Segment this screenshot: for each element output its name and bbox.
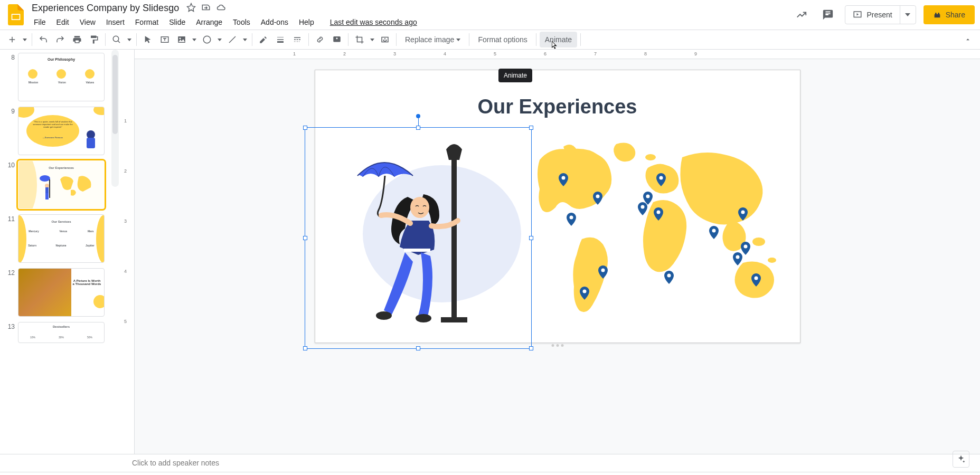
svg-point-29 (596, 195, 599, 198)
border-dash-button[interactable] (289, 32, 305, 48)
doc-title[interactable]: Experiences Company by Slidesgo (30, 2, 181, 15)
handle-n[interactable] (416, 126, 420, 130)
zoom-dropdown[interactable] (126, 32, 133, 48)
border-weight-button[interactable] (272, 32, 288, 48)
svg-point-37 (667, 274, 671, 278)
new-slide-dropdown[interactable] (21, 32, 29, 48)
trend-icon[interactable] (792, 5, 811, 24)
svg-point-3 (113, 36, 119, 42)
handle-se[interactable] (529, 346, 533, 350)
comment-button[interactable] (329, 32, 345, 48)
menu-addons[interactable]: Add-ons (257, 16, 293, 28)
zoom-button[interactable] (109, 32, 125, 48)
scrollbar-thumb[interactable] (112, 55, 118, 134)
slides-logo[interactable] (5, 4, 26, 25)
slide-thumb-10[interactable]: Our Experiences (18, 160, 105, 209)
replace-image-button[interactable]: Replace image (400, 32, 466, 48)
handle-sw[interactable] (303, 346, 307, 350)
svg-point-27 (768, 258, 776, 263)
reset-image-button[interactable] (377, 32, 393, 48)
slide-thumb-11[interactable]: Our Services Mercury Venus Mars Saturn N… (18, 214, 105, 263)
handle-w[interactable] (303, 236, 307, 240)
slide-thumb-8[interactable]: Our Philosophy Mission Vision Values (18, 53, 105, 101)
menu-edit[interactable]: Edit (52, 16, 73, 28)
svg-point-25 (645, 154, 656, 160)
svg-point-41 (736, 255, 739, 259)
slide-thumb-12[interactable]: A Picture Is Worth a Thousand Words (18, 268, 105, 317)
handle-s[interactable] (416, 346, 420, 350)
link-button[interactable] (312, 32, 328, 48)
print-button[interactable] (69, 32, 85, 48)
border-color-button[interactable] (256, 32, 271, 48)
menu-slide[interactable]: Slide (165, 16, 190, 28)
undo-button[interactable] (35, 32, 51, 48)
collapse-toolbar-button[interactable] (960, 32, 976, 48)
svg-point-30 (569, 216, 573, 220)
menu-insert[interactable]: Insert (102, 16, 129, 28)
vertical-ruler: 1 2 3 4 5 (119, 50, 135, 454)
menu-arrange[interactable]: Arrange (192, 16, 227, 28)
slide-thumb-13[interactable]: Destsellers 10% 30% 50% (18, 322, 105, 343)
rotation-handle[interactable] (416, 114, 420, 118)
line-tool[interactable] (224, 32, 240, 48)
svg-point-31 (601, 269, 605, 272)
slide-num-11: 11 (5, 214, 15, 263)
slide-num-10: 10 (5, 160, 15, 209)
slide-num-9: 9 (5, 107, 15, 155)
new-slide-button[interactable] (4, 32, 20, 48)
svg-rect-15 (45, 187, 49, 194)
menu-file[interactable]: File (30, 16, 50, 28)
slide-num-12: 12 (5, 268, 15, 317)
animate-button[interactable]: Animate (540, 32, 577, 48)
present-button[interactable]: Present (845, 6, 899, 24)
handle-ne[interactable] (529, 126, 533, 130)
animate-tooltip: Animate (498, 69, 532, 82)
svg-point-28 (561, 176, 565, 180)
menubar: File Edit View Insert Format Slide Arran… (30, 16, 792, 28)
redo-button[interactable] (52, 32, 68, 48)
slide-panel[interactable]: 8 Our Philosophy Mission Vision Values 9 (0, 50, 119, 454)
menu-view[interactable]: View (76, 16, 100, 28)
present-dropdown[interactable] (900, 6, 916, 24)
scrollbar-track[interactable] (111, 50, 119, 187)
footer (0, 472, 980, 475)
world-map[interactable] (524, 139, 788, 329)
speaker-notes[interactable]: Click to add speaker notes (0, 454, 980, 472)
explore-button[interactable] (953, 451, 969, 468)
line-dropdown[interactable] (241, 32, 249, 48)
cloud-icon[interactable] (216, 3, 227, 14)
menu-tools[interactable]: Tools (229, 16, 255, 28)
editor-area: 1 2 3 4 5 1 2 3 4 5 6 7 8 9 Our Experien… (119, 50, 980, 454)
paint-format-button[interactable] (86, 32, 102, 48)
shape-dropdown[interactable] (216, 32, 223, 48)
slide-thumb-9[interactable]: "This is a quote, words full of wisdom t… (18, 107, 105, 155)
star-icon[interactable] (186, 3, 196, 14)
last-edit-link[interactable]: Last edit was seconds ago (326, 16, 421, 28)
notes-placeholder: Click to add speaker notes (132, 459, 219, 467)
crop-button[interactable] (352, 32, 368, 48)
svg-rect-13 (49, 179, 50, 198)
svg-point-6 (180, 37, 181, 39)
comments-icon[interactable] (818, 5, 837, 24)
menu-format[interactable]: Format (131, 16, 163, 28)
horizontal-ruler: 1 2 3 4 5 6 7 8 9 (135, 50, 980, 59)
present-label: Present (866, 11, 892, 19)
format-options-button[interactable]: Format options (473, 32, 532, 48)
crop-dropdown[interactable] (369, 32, 376, 48)
textbox-tool[interactable] (157, 32, 173, 48)
image-dropdown[interactable] (191, 32, 198, 48)
image-tool[interactable] (174, 32, 190, 48)
select-tool[interactable] (140, 32, 156, 48)
svg-point-42 (754, 277, 758, 280)
share-button[interactable]: Share (924, 5, 975, 24)
toolbar: Replace image Format options Animate (0, 30, 980, 50)
slide-title[interactable]: Our Experiences (315, 96, 800, 118)
shape-tool[interactable] (199, 32, 215, 48)
handle-nw[interactable] (303, 126, 307, 130)
move-icon[interactable] (201, 3, 211, 14)
svg-point-32 (582, 290, 586, 293)
slide-canvas[interactable]: Our Experiences (315, 70, 800, 343)
svg-point-38 (712, 229, 715, 233)
selection-box[interactable] (305, 127, 532, 349)
menu-help[interactable]: Help (295, 16, 318, 28)
